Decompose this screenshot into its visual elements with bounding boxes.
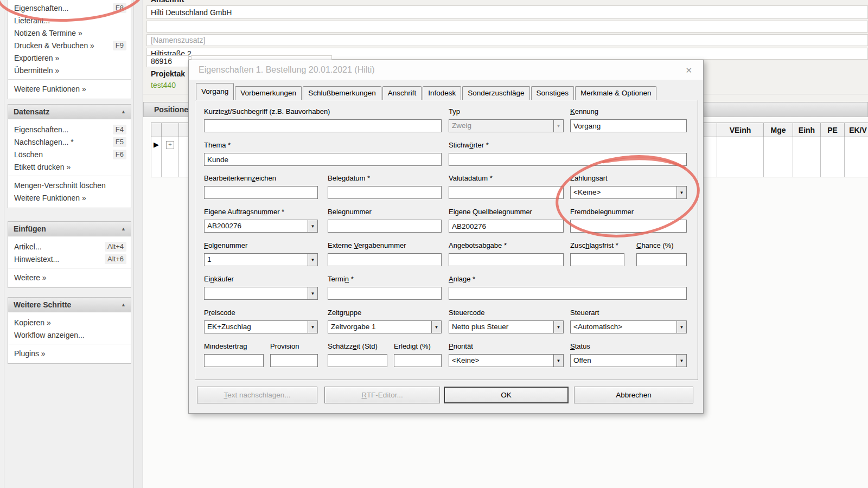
steuercode-dropdown[interactable]: Netto plus Steuer ▼ xyxy=(449,320,564,333)
tab-infodesk[interactable]: Infodesk xyxy=(423,86,461,100)
dropdown-arrow-icon[interactable]: ▼ xyxy=(431,321,441,333)
sidebar-item-workflow-anzeigen[interactable]: Workflow anzeigen... xyxy=(8,329,131,341)
section-header-einfuegen[interactable]: Einfügen ▲ xyxy=(8,222,131,236)
col-header-mge[interactable]: Mge xyxy=(764,123,793,137)
zuschlagsfrist-input[interactable] xyxy=(570,253,624,266)
zahlungsart-dropdown[interactable]: <Keine> ▼ xyxy=(570,186,687,199)
section-header-datensatz[interactable]: Datensatz ▲ xyxy=(8,105,131,119)
tab-schlussbemerkungen[interactable]: Schlußbemerkungen xyxy=(303,86,381,100)
dropdown-arrow-icon[interactable]: ▼ xyxy=(308,287,317,299)
divider xyxy=(8,79,131,80)
erledigt-input[interactable] xyxy=(394,354,442,367)
mindestertrag-input[interactable] xyxy=(204,354,264,367)
valutadatum-input[interactable] xyxy=(449,186,564,199)
anlage-input[interactable] xyxy=(449,287,687,300)
sidebar-item-drucken-verbuchen[interactable]: Drucken & Verbuchen » F9 xyxy=(8,39,131,52)
schaetzzeit-input[interactable] xyxy=(328,354,387,367)
collapse-icon[interactable]: ▲ xyxy=(121,302,126,307)
steuerart-dropdown[interactable]: <Automatisch> ▼ xyxy=(570,320,687,333)
kurztext-input[interactable] xyxy=(204,119,442,132)
sidebar-item-nachschlagen[interactable]: Nachschlagen... * F5 xyxy=(8,136,131,148)
dropdown-arrow-icon[interactable]: ▼ xyxy=(676,355,686,367)
collapse-icon[interactable]: ▲ xyxy=(121,109,126,114)
preiscode-dropdown[interactable]: EK+Zuschlag ▼ xyxy=(204,320,318,333)
collapse-icon[interactable]: ▲ xyxy=(121,226,126,232)
table-row-pe-cell[interactable] xyxy=(821,137,845,177)
dropdown-arrow-icon[interactable]: ▼ xyxy=(553,321,563,333)
tab-merkmale-optionen[interactable]: Merkmale & Optionen xyxy=(575,86,657,100)
col-header-einh[interactable]: Einh xyxy=(793,123,821,137)
dialog-titlebar[interactable]: Eigenschaften 1. Bestellung 20.01.2021 (… xyxy=(189,60,703,80)
sidebar-item-weitere[interactable]: Weitere » xyxy=(8,271,131,284)
fremdbelegnummer-input[interactable] xyxy=(570,220,687,233)
sidebar-item-uebermitteln[interactable]: Übermitteln » xyxy=(8,64,131,76)
sidebar-item-ds-weitere-funktionen[interactable]: Weitere Funktionen » xyxy=(8,191,131,204)
table-row-veinh-cell[interactable] xyxy=(717,137,764,177)
folgenummer-dropdown[interactable]: 1 ▼ xyxy=(204,253,318,266)
splitter[interactable] xyxy=(133,0,143,488)
sidebar-item-lieferant[interactable]: Lieferant... xyxy=(8,14,131,27)
close-icon[interactable]: ✕ xyxy=(683,65,694,76)
tab-sonstiges[interactable]: Sonstiges xyxy=(531,86,574,100)
sidebar-item-notizen-termine[interactable]: Notizen & Termine » xyxy=(8,27,131,39)
divider xyxy=(8,176,131,176)
auftragsnummer-dropdown[interactable]: AB200276 ▼ xyxy=(204,220,318,233)
dropdown-arrow-icon[interactable]: ▼ xyxy=(308,321,317,333)
stichwoerter-input[interactable] xyxy=(449,153,687,166)
section-header-weitere-schritte[interactable]: Weitere Schritte ▲ xyxy=(8,298,131,312)
dropdown-arrow-icon[interactable]: ▼ xyxy=(676,321,686,333)
dropdown-arrow-icon[interactable]: ▼ xyxy=(553,355,563,367)
quellbelegnummer-input[interactable] xyxy=(449,220,564,233)
address-name1-input[interactable] xyxy=(146,5,868,19)
address-zip-input[interactable] xyxy=(146,55,189,67)
table-row-einh-cell[interactable] xyxy=(793,137,821,177)
termin-input[interactable] xyxy=(328,287,442,300)
sidebar-item-hinweistext[interactable]: Hinweistext... Alt+6 xyxy=(8,253,131,265)
status-dropdown[interactable]: Offen ▼ xyxy=(570,354,687,367)
sidebar-item-mengen-verschnitt[interactable]: Mengen-Verschnitt löschen xyxy=(8,179,131,191)
sidebar-item-weitere-funktionen[interactable]: Weitere Funktionen » xyxy=(8,82,131,95)
sidebar-item-label: Eigenschaften... xyxy=(14,125,68,134)
sidebar-item-ds-eigenschaften[interactable]: Eigenschaften... F4 xyxy=(8,123,131,136)
col-header-ekv[interactable]: EK/V xyxy=(845,123,868,137)
expand-icon[interactable]: + xyxy=(166,141,174,149)
zeitgruppe-dropdown[interactable]: Zeitvorgabe 1 ▼ xyxy=(328,320,442,333)
vergabenummer-input[interactable] xyxy=(328,253,442,266)
sidebar-item-artikel[interactable]: Artikel... Alt+4 xyxy=(8,240,131,253)
col-header-veinh[interactable]: VEinh xyxy=(717,123,764,137)
chance-input[interactable] xyxy=(636,253,687,266)
provision-input[interactable] xyxy=(270,354,318,367)
tab-vorgang[interactable]: Vorgang xyxy=(196,83,234,100)
dropdown-arrow-icon[interactable]: ▼ xyxy=(676,187,686,198)
table-row-expand-cell[interactable]: + xyxy=(162,137,179,177)
prioritaet-dropdown[interactable]: <Keine> ▼ xyxy=(449,354,564,367)
col-header-pe[interactable]: PE xyxy=(821,123,845,137)
sidebar-item-exportieren[interactable]: Exportieren » xyxy=(8,52,131,64)
sidebar-item-eigenschaften[interactable]: Eigenschaften... F8 xyxy=(8,2,131,14)
sidebar-item-kopieren[interactable]: Kopieren » xyxy=(8,316,131,329)
thema-input[interactable] xyxy=(204,153,442,166)
ok-button[interactable]: OK xyxy=(444,387,569,403)
address-name2-input[interactable] xyxy=(146,21,868,33)
sidebar-item-plugins[interactable]: Plugins » xyxy=(8,347,131,359)
dropdown-arrow-icon[interactable]: ▼ xyxy=(308,220,317,232)
sidebar-item-label: Mengen-Verschnitt löschen xyxy=(14,181,106,190)
einkaeufer-dropdown[interactable]: ▼ xyxy=(204,287,318,300)
belegdatum-input[interactable] xyxy=(328,186,442,199)
dropdown-arrow-icon[interactable]: ▼ xyxy=(308,254,317,266)
table-row-mge-cell[interactable] xyxy=(764,137,793,177)
address-namenszusatz-input[interactable] xyxy=(146,34,868,46)
table-row-ekv-cell[interactable] xyxy=(845,137,868,177)
bearbeiterkennzeichen-input[interactable] xyxy=(204,186,318,199)
kennung-input[interactable] xyxy=(570,119,687,132)
abbrechen-button[interactable]: Abbrechen xyxy=(574,387,693,403)
tab-sonderzuschlaege[interactable]: Sonderzuschläge xyxy=(462,86,529,100)
belegnummer-input[interactable] xyxy=(328,220,442,233)
angebotsabgabe-input[interactable] xyxy=(449,253,564,266)
tab-vorbemerkungen[interactable]: Vorbemerkungen xyxy=(235,86,302,100)
sidebar-item-etikett-drucken[interactable]: Etikett drucken » xyxy=(8,160,131,173)
sidebar-item-loeschen[interactable]: Löschen F6 xyxy=(8,148,131,160)
tab-anschrift[interactable]: Anschrift xyxy=(382,86,422,100)
table-row-marker-cell[interactable]: ▶ xyxy=(151,137,162,177)
einkaeufer-value xyxy=(205,287,308,299)
